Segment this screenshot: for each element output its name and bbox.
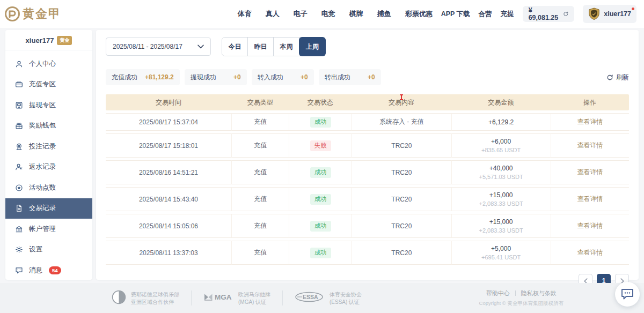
- footer-right: 帮助中心 隐私权与条款 Copyright © 黄金甲体育集团版权所有: [479, 289, 564, 307]
- transactions-panel: 2025/08/11 - 2025/08/17 今日昨日本周上周 充值成功 +8…: [96, 30, 639, 280]
- column-header-1: 交易类型: [231, 94, 289, 110]
- nav-item-4[interactable]: 棋牌: [349, 9, 363, 19]
- column-header-0: 交易时间: [106, 94, 231, 110]
- sidebar-item-messages[interactable]: 消息 54: [5, 260, 92, 280]
- nav-item-2[interactable]: 电子: [294, 9, 308, 19]
- avatar-shield-icon: [588, 8, 600, 20]
- cell-action: 查看详情: [551, 214, 629, 238]
- cell-amount: +40,000 +5,571.03 USDT: [451, 160, 551, 184]
- cell-content: 系统存入 - 充值: [352, 113, 451, 131]
- tab-period-0[interactable]: 今日: [222, 38, 248, 56]
- stat-transfer-in-success: 转入成功 +0: [252, 69, 314, 85]
- user-icon: [15, 59, 24, 68]
- sidebar-item-deposit-zone[interactable]: 充值专区: [5, 74, 92, 95]
- quick-link-2[interactable]: 合营: [479, 10, 492, 19]
- logo-mark-icon: [4, 6, 20, 22]
- stat-pills: 充值成功 +81,129.2 提现成功 +0 转入成功 +0 转出成功 +0: [106, 69, 381, 85]
- site-logo[interactable]: 黄金甲: [4, 6, 101, 22]
- column-header-4: 交易金额: [451, 94, 551, 110]
- table-row: 2025/08/11 13:37:03 充值 成功 TRC20 +5,000 +…: [106, 241, 629, 265]
- mouse-cursor-artifact: [401, 94, 402, 100]
- sidebar-item-bet-records[interactable]: 投注记录: [5, 136, 92, 157]
- tab-period-1[interactable]: 昨日: [248, 38, 274, 56]
- chat-bubble-icon: [620, 288, 634, 301]
- nav-item-0[interactable]: 体育: [238, 9, 252, 19]
- cell-content: TRC20: [352, 241, 451, 265]
- vip-level-badge: 黄金: [57, 36, 72, 45]
- table-row: 2025/08/17 15:37:04 充值 成功 系统存入 - 充值 +6,1…: [106, 113, 629, 131]
- column-header-5: 操作: [551, 94, 629, 110]
- view-details-link[interactable]: 查看详情: [577, 195, 603, 203]
- refresh-icon: [606, 74, 613, 81]
- sidebar-item-personal-center[interactable]: 个人中心: [5, 54, 92, 74]
- divider: [282, 290, 283, 305]
- cell-time: 2025/08/16 14:51:21: [106, 160, 231, 184]
- view-details-link[interactable]: 查看详情: [577, 168, 603, 176]
- nav-item-5[interactable]: 捕鱼: [377, 9, 391, 19]
- cell-type: 充值: [231, 160, 289, 184]
- sidebar-username: xiuer177: [26, 36, 54, 44]
- sidebar-item-withdraw-zone[interactable]: 提现专区: [5, 95, 92, 116]
- tab-period-3[interactable]: 上周: [299, 37, 326, 56]
- main-nav: 体育真人电子电竞棋牌捕鱼彩票: [238, 9, 419, 19]
- nav-item-3[interactable]: 电竞: [321, 9, 335, 19]
- view-details-link[interactable]: 查看详情: [577, 141, 603, 149]
- sidebar-item-settings[interactable]: 设置: [5, 240, 92, 260]
- cell-type: 充值: [231, 214, 289, 238]
- document-icon: [15, 204, 24, 213]
- bet-record-icon: [15, 142, 24, 151]
- stats-row: 充值成功 +81,129.2 提现成功 +0 转入成功 +0 转出成功 +0 刷…: [106, 69, 629, 85]
- balance-pill[interactable]: ¥ 69,081.25: [523, 6, 575, 22]
- cell-status: 成功: [289, 241, 352, 265]
- cell-status: 成功: [289, 160, 352, 184]
- cell-status: 失败: [289, 133, 352, 158]
- sidebar-item-account-management[interactable]: 帐户管理: [5, 219, 92, 240]
- live-chat-button[interactable]: [615, 282, 640, 307]
- nav-item-1[interactable]: 真人: [266, 9, 280, 19]
- divider: [515, 290, 516, 296]
- table-row: 2025/08/14 15:05:06 充值 成功 TRC20 +15,000 …: [106, 214, 629, 238]
- quick-links: 优惠APP 下载合营充提: [419, 10, 514, 19]
- cell-content: TRC20: [352, 187, 451, 211]
- status-badge: 失败: [310, 140, 331, 151]
- cell-type: 充值: [231, 187, 289, 211]
- footer-link-0[interactable]: 帮助中心: [486, 289, 510, 297]
- footer-link-1[interactable]: 隐私权与条款: [521, 289, 557, 297]
- refresh-button[interactable]: 刷新: [606, 73, 629, 82]
- refresh-balance-icon[interactable]: [563, 11, 568, 17]
- tab-period-2[interactable]: 本周: [274, 38, 299, 56]
- sidebar-item-reward-wallet[interactable]: 奖励钱包: [5, 116, 92, 137]
- filter-row: 2025/08/11 - 2025/08/17 今日昨日本周上周: [106, 37, 629, 56]
- withdraw-icon: [15, 101, 24, 109]
- mga-logo-icon: MGA: [203, 292, 233, 304]
- nav-item-6[interactable]: 彩票: [405, 9, 419, 19]
- partner-feyenoord: 费耶诺德足球俱乐部 亚洲区域合作伙伴: [112, 290, 179, 307]
- sidebar-item-activity-points[interactable]: 活动点数: [5, 177, 92, 198]
- quick-link-0[interactable]: 优惠: [419, 10, 433, 19]
- cell-type: 充值: [231, 113, 289, 131]
- cell-time: 2025/08/17 15:37:04: [106, 113, 231, 131]
- cell-action: 查看详情: [551, 160, 629, 184]
- cell-type: 充值: [231, 241, 289, 265]
- quick-link-3[interactable]: 充提: [501, 10, 514, 19]
- cell-time: 2025/08/11 13:37:03: [106, 241, 231, 265]
- status-badge: 成功: [310, 194, 331, 205]
- content-area: xiuer177 黄金 个人中心 充值专区 提现专区 奖励钱包 投注记录 返水记…: [0, 28, 644, 283]
- status-badge: 成功: [310, 221, 331, 232]
- view-details-link[interactable]: 查看详情: [577, 118, 603, 125]
- quick-link-1[interactable]: APP 下载: [441, 10, 470, 19]
- essa-logo-icon: ESSA: [295, 292, 325, 304]
- status-badge: 成功: [310, 248, 331, 258]
- cell-content: TRC20: [352, 214, 451, 238]
- top-bar: 黄金甲 体育真人电子电竞棋牌捕鱼彩票 优惠APP 下载合营充提 ¥ 69,081…: [0, 0, 644, 28]
- view-details-link[interactable]: 查看详情: [577, 222, 603, 229]
- sidebar: xiuer177 黄金 个人中心 充值专区 提现专区 奖励钱包 投注记录 返水记…: [5, 30, 92, 280]
- divider: [191, 290, 192, 305]
- sidebar-item-rebate-records[interactable]: 返水记录: [5, 157, 92, 178]
- view-details-link[interactable]: 查看详情: [577, 249, 603, 256]
- cell-action: 查看详情: [551, 187, 629, 211]
- sidebar-item-transaction-records[interactable]: 交易记录: [5, 198, 92, 219]
- user-menu[interactable]: xiuer177: [583, 5, 636, 23]
- date-range-picker[interactable]: 2025/08/11 - 2025/08/17: [106, 38, 211, 56]
- bank-icon: [15, 225, 24, 233]
